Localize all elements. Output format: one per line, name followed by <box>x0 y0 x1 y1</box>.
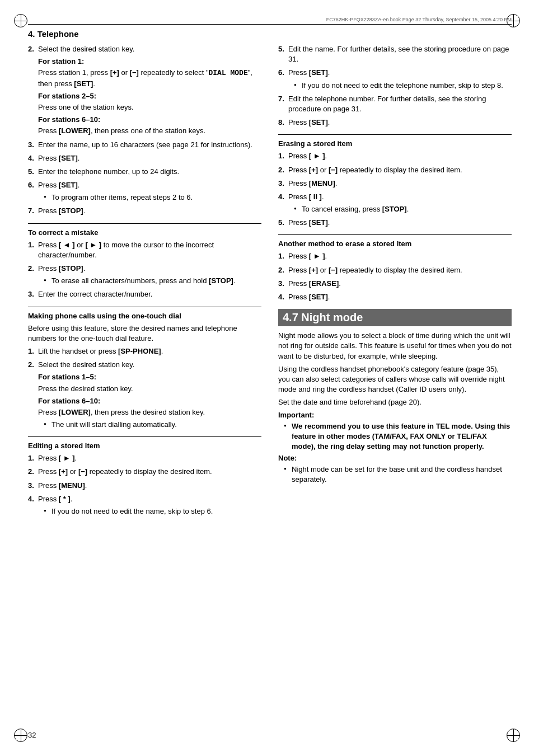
r-step-5: 5. Edit the name. For further details, s… <box>278 44 512 64</box>
pc-station15-label: For stations 1–5: <box>38 372 261 382</box>
crosshair-tr <box>507 14 520 27</box>
r-step6-bullets: If you do not need to edit the telephone… <box>294 81 512 91</box>
step6-bullet1: To program other items, repeat steps 2 t… <box>44 192 261 203</box>
file-info: FC762HK-PFQX2283ZA-en.book Page 32 Thurs… <box>28 17 512 25</box>
divider-2 <box>28 307 261 307</box>
another-method-heading: Another method to erase a stored item <box>278 240 512 248</box>
edit-stored-heading: Editing a stored item <box>28 442 261 450</box>
crosshair-br <box>507 729 520 742</box>
crosshair-bl <box>14 729 27 742</box>
es4-bullet1: If you do not need to edit the name, ski… <box>44 506 261 516</box>
page: FC762HK-PFQX2283ZA-en.book Page 32 Thurs… <box>0 0 534 756</box>
pc-bullet1: The unit will start dialling automatical… <box>44 420 261 430</box>
es4-bullets: If you do not need to edit the name, ski… <box>44 506 261 516</box>
pc-bullets: The unit will start dialling automatical… <box>44 420 261 430</box>
important-bullets: We recommend you to use this feature in … <box>284 421 512 452</box>
pc-station15-text: Press the desired station key. <box>38 384 261 394</box>
right-column: 5. Edit the name. For further details, s… <box>278 44 512 520</box>
left-column: 2. Select the desired station key. For s… <box>28 44 261 520</box>
cm-2: 2. Press [STOP]. To erase all characters… <box>28 264 261 286</box>
pc-2: 2. Select the desired station key. For s… <box>28 360 261 430</box>
cm2-bullets: To erase all characters/numbers, press a… <box>44 276 261 286</box>
er-1: 1. Press [ ► ]. <box>278 151 512 161</box>
two-col-layout: 2. Select the desired station key. For s… <box>28 44 512 520</box>
r-step-8: 8. Press [SET]. <box>278 118 512 128</box>
page-number: 32 <box>28 731 36 739</box>
erase-stored-list: 1. Press [ ► ]. 2. Press [+] or [−] repe… <box>278 151 512 228</box>
night-mode-heading: 4.7 Night mode <box>278 309 512 326</box>
important-label: Important: <box>278 411 512 419</box>
right-steps-list: 5. Edit the name. For further details, s… <box>278 44 512 128</box>
pc-station610-label: For stations 6–10: <box>38 396 261 406</box>
divider-r2 <box>278 234 512 235</box>
phone-calls-list: 1. Lift the handset or press [SP-PHONE].… <box>28 346 261 430</box>
note-bullet1: Night mode can be set for the base unit … <box>284 464 512 485</box>
pc-station610-text: Press [LOWER], then press the desired st… <box>38 407 261 417</box>
main-steps-list: 2. Select the desired station key. For s… <box>28 44 261 217</box>
station25-label: For stations 2–5: <box>38 91 261 101</box>
divider-3 <box>28 436 261 437</box>
phone-calls-intro: Before using this feature, store the des… <box>28 323 261 344</box>
station610-label: For stations 6–10: <box>38 115 261 125</box>
section-title: 4. Telephone <box>28 29 512 39</box>
er-5: 5. Press [SET]. <box>278 218 512 228</box>
cm-3: 3. Enter the correct character/number. <box>28 289 261 299</box>
cm2-bullet1: To erase all characters/numbers, press a… <box>44 276 261 286</box>
am-2: 2. Press [+] or [−] repeatedly to displa… <box>278 265 512 275</box>
step-7: 7. Press [STOP]. <box>28 206 261 216</box>
pc-1: 1. Lift the handset or press [SP-PHONE]. <box>28 346 261 356</box>
station25-text: Press one of the station keys. <box>38 102 261 112</box>
am-4: 4. Press [SET]. <box>278 292 512 302</box>
station1-text: Press station 1, press [+] or [−] repeat… <box>38 68 261 88</box>
r-step6-bullet1: If you do not need to edit the telephone… <box>294 81 512 91</box>
er-4: 4. Press [ II ]. To cancel erasing, pres… <box>278 192 512 214</box>
erase-stored-heading: Erasing a stored item <box>278 139 512 148</box>
divider-r1 <box>278 134 512 135</box>
step-6: 6. Press [SET]. To program other items, … <box>28 180 261 203</box>
night-mode-intro: Night mode allows you to select a block … <box>278 331 512 361</box>
step-2: 2. Select the desired station key. For s… <box>28 44 261 137</box>
es-4: 4. Press [ * ]. If you do not need to ed… <box>28 494 261 516</box>
r-step-7: 7. Edit the telephone number. For furthe… <box>278 94 512 114</box>
step-5: 5. Enter the telephone number, up to 24 … <box>28 167 261 177</box>
night-mode-para3: Set the date and time beforehand (page 2… <box>278 397 512 407</box>
er4-bullet1: To cancel erasing, press [STOP]. <box>294 204 512 214</box>
correct-mistake-list: 1. Press [ ◄ ] or [ ► ] to move the curs… <box>28 240 261 300</box>
station1-label: For station 1: <box>38 57 261 67</box>
note-label: Note: <box>278 454 512 462</box>
er-2: 2. Press [+] or [−] repeatedly to displa… <box>278 165 512 175</box>
step-4: 4. Press [SET]. <box>28 153 261 163</box>
night-mode-para2: Using the cordless handset phonebook's c… <box>278 364 512 395</box>
note-bullets: Night mode can be set for the base unit … <box>284 464 512 485</box>
another-method-list: 1. Press [ ► ]. 2. Press [+] or [−] repe… <box>278 251 512 302</box>
cm-1: 1. Press [ ◄ ] or [ ► ] to move the curs… <box>28 240 261 260</box>
step-3: 3. Enter the name, up to 16 characters (… <box>28 140 261 150</box>
am-1: 1. Press [ ► ]. <box>278 251 512 261</box>
step6-bullets: To program other items, repeat steps 2 t… <box>44 192 261 203</box>
es-3: 3. Press [MENU]. <box>28 481 261 491</box>
es-1: 1. Press [ ► ]. <box>28 453 261 463</box>
station610-text: Press [LOWER], then press one of the sta… <box>38 126 261 136</box>
crosshair-tl <box>14 14 27 27</box>
er-3: 3. Press [MENU]. <box>278 179 512 189</box>
r-step-6: 6. Press [SET]. If you do not need to ed… <box>278 68 512 90</box>
correct-mistake-heading: To correct a mistake <box>28 228 261 237</box>
edit-stored-list: 1. Press [ ► ]. 2. Press [+] or [−] repe… <box>28 453 261 516</box>
er4-bullets: To cancel erasing, press [STOP]. <box>294 204 512 214</box>
divider-1 <box>28 223 261 224</box>
am-3: 3. Press [ERASE]. <box>278 279 512 289</box>
es-2: 2. Press [+] or [−] repeatedly to displa… <box>28 467 261 477</box>
important-bullet1: We recommend you to use this feature in … <box>284 421 512 452</box>
phone-calls-heading: Making phone calls using the one-touch d… <box>28 312 261 320</box>
